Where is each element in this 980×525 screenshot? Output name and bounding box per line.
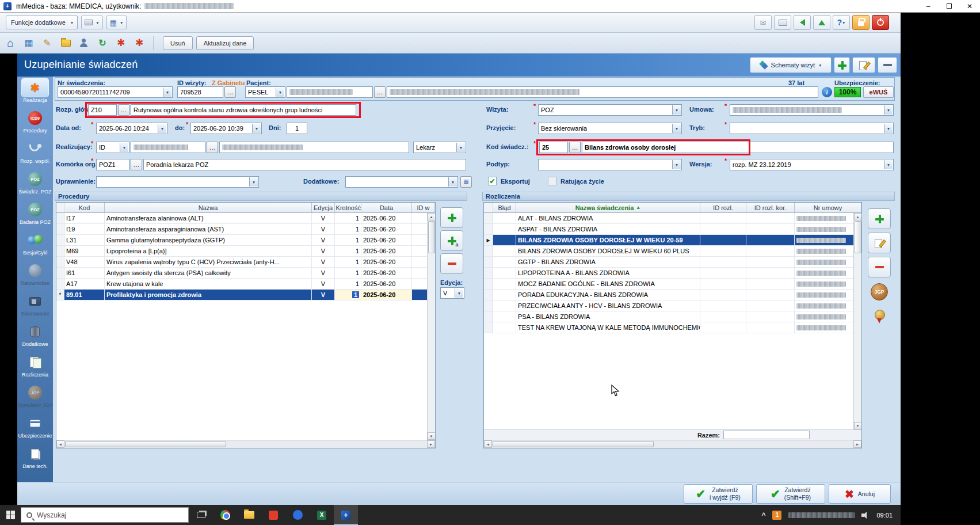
sidebar-item-rozp-wspol[interactable]: Rozp. współ. [17, 138, 53, 168]
aktualizuj-dane-button[interactable]: Aktualizuj dane [196, 36, 254, 50]
dni-field[interactable]: 1 [287, 123, 307, 134]
dodatkowe-list-button[interactable]: ▦ [460, 176, 472, 188]
rozliczenia-row[interactable]: PSA - BILANS ZDROWIA [484, 311, 861, 322]
funkcje-dodatkowe-dropdown[interactable]: Funkcje dodatkowe ▼ [6, 16, 78, 29]
komorka-ellipsis-button[interactable]: … [131, 159, 142, 170]
excel-button[interactable]: X [310, 505, 334, 525]
screen-export-button[interactable] [774, 15, 791, 30]
realizujacy-typ-field[interactable]: ID▼ [96, 142, 129, 153]
rozliczenia-row[interactable]: ▶ BILANS ZDROWIA OSOBY DOROSŁEJ W WIEKU … [484, 235, 861, 246]
ratujaca-zycie-checkbox[interactable] [548, 177, 556, 185]
rozliczenia-row[interactable]: PORADA EDUKACYJNA - BILANS ZDROWIA [484, 290, 861, 300]
rozliczenia-row[interactable]: LIPOPROTEINA A - BILANS ZDROWIA [484, 268, 861, 279]
app-red-button[interactable] [261, 505, 285, 525]
column-header-krotnosc[interactable]: Krotność [335, 203, 361, 213]
scroll-left-icon[interactable]: ◄ [56, 440, 64, 448]
column-header-nazwa[interactable]: Nazwa [105, 203, 312, 213]
taskbar-search-input[interactable]: Wyszukaj [21, 507, 189, 523]
dropdown-arrow-icon[interactable]: ▼ [672, 160, 681, 169]
forward-button[interactable] [813, 15, 830, 30]
services-button[interactable]: ✱ [113, 35, 129, 51]
column-header-nazwa-swiadczenia[interactable]: Nazwa świadczenia▲ [516, 203, 700, 213]
column-header-blad[interactable]: Błąd [493, 203, 516, 213]
data-od-field[interactable]: 2025-06-20 10:24▼ [96, 123, 167, 134]
exit-button[interactable] [872, 15, 889, 30]
pesel-value-field[interactable] [287, 86, 373, 98]
uprawnienie-field[interactable]: ▼ [96, 176, 259, 188]
zatwierdz-button[interactable]: ✔ Zatwierdź(Shift+F9) [756, 484, 825, 504]
dropdown-arrow-icon[interactable]: ▼ [672, 105, 681, 115]
dropdown-arrow-icon[interactable]: ▼ [884, 124, 893, 133]
info-icon[interactable]: i [822, 87, 832, 97]
eksportuj-checkbox[interactable] [488, 177, 497, 185]
taskbar-clock[interactable]: 09:01 [876, 512, 893, 519]
podtyp-field[interactable]: ▼ [538, 159, 682, 170]
dropdown-arrow-icon[interactable]: ▼ [456, 143, 465, 152]
dodatkowe-field[interactable]: ▼ [345, 176, 458, 188]
scroll-up-icon[interactable]: ▲ [854, 213, 862, 220]
scroll-up-icon[interactable]: ▲ [428, 213, 436, 220]
sidebar-item-ubezpieczenie[interactable]: Ubezpieczenie [17, 412, 53, 443]
procedury-remove-button[interactable] [440, 253, 463, 274]
rozliczenia-row[interactable]: ASPAT - BILANS ZDROWIA [484, 224, 861, 235]
dropdown-arrow-icon[interactable]: ▼ [249, 177, 258, 187]
sidebar-item-swiadcz-poz[interactable]: POZ Świadcz. POZ [17, 168, 53, 199]
scroll-down-icon[interactable]: ▼ [854, 422, 862, 429]
chrome-button[interactable] [213, 505, 237, 525]
realizujacy-name-field[interactable] [219, 142, 409, 153]
pesel-type-field[interactable]: PESEL▼ [245, 86, 285, 98]
procedury-row[interactable]: I19 Aminotransferaza asparaginianowa (AS… [56, 224, 435, 235]
kod-swiadcz-field[interactable]: 25 [539, 142, 568, 153]
wizyta-field[interactable]: POZ▼ [538, 104, 682, 116]
schematy-wizyt-button[interactable]: Schematy wizyt ▼ [750, 57, 832, 73]
wersja-field[interactable]: rozp. MZ 23.12.2019▼ [730, 159, 894, 170]
sidebar-item-symulator-jgp[interactable]: JGP Symulator JGP [17, 382, 53, 412]
scrollbar-thumb[interactable] [65, 441, 226, 447]
przyjecie-field[interactable]: Bez skierowania▼ [538, 123, 682, 134]
mmedica-taskbar-button[interactable]: + [334, 505, 358, 525]
procedury-row[interactable]: V48 Wirus zapalenia wątroby typu C (HCV)… [56, 257, 435, 268]
procedury-row[interactable]: * 89.01 Profilaktyka i promocja zdrowia … [56, 290, 435, 300]
notification-icon[interactable]: 1 [772, 511, 781, 520]
tryb-field[interactable]: ▼ [730, 123, 894, 134]
rozliczenia-jgp-button[interactable]: JGP [868, 281, 891, 303]
column-header-id-rozl[interactable]: ID rozl. [700, 203, 746, 213]
scrollbar-thumb[interactable] [428, 221, 435, 253]
procedury-row[interactable]: I17 Aminotransferaza alaninowa (ALT) V 1… [56, 213, 435, 224]
dropdown-arrow-icon[interactable]: ▼ [455, 288, 463, 298]
sidebar-item-sesja-cykl[interactable]: Sesja/Cykl [17, 229, 53, 260]
column-header-idw[interactable]: ID w [412, 203, 435, 213]
usun-button[interactable]: Usuń [163, 36, 193, 50]
rozliczenia-edit-button[interactable] [868, 233, 891, 253]
back-button[interactable] [794, 15, 811, 30]
scrollbar-thumb[interactable] [855, 221, 861, 253]
rozp-glowne-ellipsis-button[interactable]: … [118, 104, 129, 116]
dropdown-arrow-icon[interactable]: ▼ [884, 160, 893, 169]
rozliczenia-row[interactable]: GGTP - BILANS ZDROWIA [484, 257, 861, 268]
sidebar-item-ratownictwo[interactable]: Ratownictwo [17, 260, 53, 290]
refresh-button[interactable]: ↻ [94, 35, 110, 51]
home-button[interactable]: ⌂ [2, 35, 18, 51]
zatwierdz-i-wyjdz-button[interactable]: ✔ Zatwierdźi wyjdź (F9) [684, 484, 753, 504]
pacjent-name-field[interactable] [387, 86, 818, 98]
worklist-button[interactable]: ▦ [21, 35, 37, 51]
kod-swiadcz-opis-field[interactable]: Bilans zdrowia osoby dorosłej [582, 142, 894, 153]
scroll-right-icon[interactable]: ► [853, 440, 861, 448]
data-do-field[interactable]: 2025-06-20 10:39▼ [190, 123, 262, 134]
maximize-button[interactable] [939, 0, 959, 12]
minimize-button[interactable]: – [918, 0, 939, 12]
edit-schema-button[interactable] [852, 57, 875, 73]
dropdown-arrow-icon[interactable]: ▼ [163, 88, 171, 97]
column-header-kod[interactable]: Kod [64, 203, 105, 213]
kod-swiadcz-ellipsis-button[interactable]: … [569, 142, 581, 153]
procedury-row[interactable]: A17 Krew utajona w kale V 1 2025-06-20 [56, 279, 435, 290]
column-header-nr-umowy[interactable]: Nr umowy [795, 203, 861, 213]
edycja-side-field[interactable]: V▼ [440, 287, 464, 299]
procedury-vertical-scrollbar[interactable]: ▲ ▼ [427, 213, 435, 440]
app-blue-button[interactable] [285, 505, 310, 525]
rozliczenia-row[interactable]: PRZECIWCIAŁA ANTY - HCV - BILANS ZDROWIA [484, 300, 861, 311]
id-wizyty-ellipsis-button[interactable]: … [224, 86, 236, 98]
dropdown-arrow-icon[interactable]: ▼ [120, 143, 128, 152]
realizujacy-ellipsis-button[interactable]: … [207, 142, 218, 153]
nr-swiadczenia-field[interactable]: 00004590720111742709▼ [58, 86, 173, 98]
